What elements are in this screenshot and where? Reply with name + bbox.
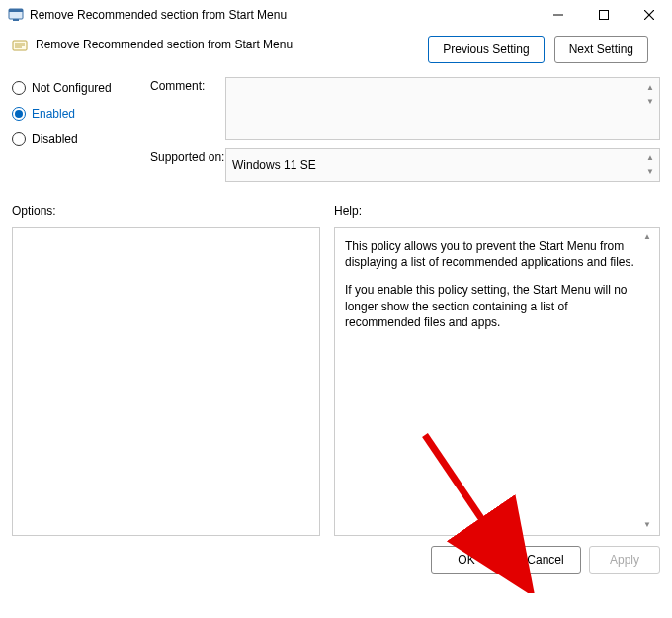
radio-label: Enabled: [32, 107, 75, 121]
state-radios: Not Configured Enabled Disabled: [12, 77, 150, 190]
policy-icon: [12, 38, 28, 53]
next-setting-button[interactable]: Next Setting: [554, 36, 648, 63]
radio-not-configured[interactable]: Not Configured: [12, 81, 150, 95]
radio-enabled[interactable]: Enabled: [12, 107, 150, 121]
help-text: This policy allows you to prevent the St…: [345, 238, 635, 270]
supported-label: Supported on:: [150, 148, 225, 182]
app-icon: [8, 7, 24, 23]
radio-label: Not Configured: [32, 81, 112, 95]
dialog-buttons: OK Cancel Apply: [0, 536, 672, 574]
spin-up-icon[interactable]: ▲: [643, 81, 657, 93]
comment-field[interactable]: ▲ ▼: [225, 77, 660, 140]
spin-down-icon[interactable]: ▼: [643, 165, 657, 177]
svg-rect-4: [600, 11, 609, 20]
apply-button[interactable]: Apply: [589, 546, 660, 574]
cancel-button[interactable]: Cancel: [510, 546, 581, 574]
supported-field: Windows 11 SE ▲ ▼: [225, 148, 660, 182]
spin-up-icon[interactable]: ▲: [643, 151, 657, 163]
previous-setting-button[interactable]: Previous Setting: [428, 36, 544, 63]
titlebar: Remove Recommended section from Start Me…: [0, 0, 672, 30]
radio-label: Disabled: [32, 132, 78, 146]
window-title: Remove Recommended section from Start Me…: [30, 8, 536, 22]
scroll-up-icon[interactable]: ▲: [643, 232, 657, 243]
maximize-button[interactable]: [581, 0, 627, 30]
svg-rect-2: [13, 19, 19, 21]
radio-icon: [12, 107, 26, 121]
ok-button[interactable]: OK: [431, 546, 502, 574]
svg-rect-1: [9, 9, 23, 12]
help-panel: This policy allows you to prevent the St…: [334, 227, 660, 536]
scroll-down-icon[interactable]: ▼: [643, 520, 657, 531]
help-text: If you enable this policy setting, the S…: [345, 282, 635, 330]
options-label: Options:: [12, 204, 320, 218]
spin-down-icon[interactable]: ▼: [643, 95, 657, 107]
radio-disabled[interactable]: Disabled: [12, 132, 150, 146]
help-label: Help:: [334, 204, 660, 218]
options-panel: [12, 227, 320, 536]
minimize-button[interactable]: [536, 0, 581, 30]
window-controls: [536, 0, 672, 30]
close-button[interactable]: [627, 0, 672, 30]
comment-label: Comment:: [150, 77, 225, 140]
subheader: Remove Recommended section from Start Me…: [0, 30, 672, 63]
policy-title: Remove Recommended section from Start Me…: [36, 36, 293, 51]
supported-value: Windows 11 SE: [232, 158, 316, 172]
radio-icon: [12, 81, 26, 95]
radio-icon: [12, 132, 26, 146]
